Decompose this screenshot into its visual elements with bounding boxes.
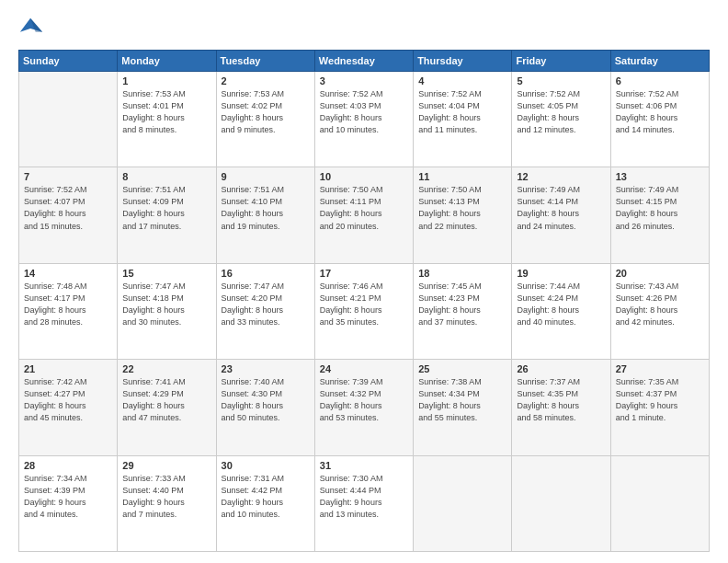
calendar-cell	[19, 72, 118, 167]
calendar-cell	[610, 455, 709, 551]
day-number: 22	[122, 363, 210, 374]
day-info: Sunrise: 7:52 AM Sunset: 4:04 PM Dayligh…	[418, 88, 506, 136]
calendar-cell: 6Sunrise: 7:52 AM Sunset: 4:06 PM Daylig…	[610, 72, 709, 167]
day-number: 16	[222, 268, 310, 279]
calendar-cell: 14Sunrise: 7:48 AM Sunset: 4:17 PM Dayli…	[19, 263, 118, 359]
day-number: 29	[122, 460, 210, 471]
day-number: 13	[616, 171, 704, 182]
day-number: 6	[616, 75, 704, 86]
calendar-cell: 29Sunrise: 7:33 AM Sunset: 4:40 PM Dayli…	[118, 455, 216, 551]
day-info: Sunrise: 7:47 AM Sunset: 4:18 PM Dayligh…	[122, 281, 210, 328]
day-number: 1	[122, 75, 210, 86]
day-number: 27	[616, 363, 704, 374]
calendar-cell: 3Sunrise: 7:52 AM Sunset: 4:03 PM Daylig…	[314, 72, 413, 167]
day-info: Sunrise: 7:39 AM Sunset: 4:32 PM Dayligh…	[320, 376, 408, 424]
calendar-cell: 20Sunrise: 7:43 AM Sunset: 4:26 PM Dayli…	[610, 263, 709, 359]
calendar-cell: 4Sunrise: 7:52 AM Sunset: 4:04 PM Daylig…	[414, 72, 512, 167]
day-info: Sunrise: 7:38 AM Sunset: 4:34 PM Dayligh…	[418, 376, 506, 424]
day-info: Sunrise: 7:50 AM Sunset: 4:11 PM Dayligh…	[320, 184, 408, 232]
day-info: Sunrise: 7:47 AM Sunset: 4:20 PM Dayligh…	[222, 281, 310, 328]
weekday-sunday: Sunday	[19, 51, 118, 72]
weekday-row: SundayMondayTuesdayWednesdayThursdayFrid…	[19, 51, 710, 72]
day-number: 26	[517, 363, 605, 374]
day-info: Sunrise: 7:53 AM Sunset: 4:02 PM Dayligh…	[222, 88, 310, 136]
day-info: Sunrise: 7:43 AM Sunset: 4:26 PM Dayligh…	[616, 281, 704, 328]
calendar-cell	[512, 455, 610, 551]
calendar-week-1: 1Sunrise: 7:53 AM Sunset: 4:01 PM Daylig…	[19, 72, 710, 167]
calendar-cell: 19Sunrise: 7:44 AM Sunset: 4:24 PM Dayli…	[512, 263, 610, 359]
day-info: Sunrise: 7:52 AM Sunset: 4:07 PM Dayligh…	[24, 184, 112, 232]
weekday-tuesday: Tuesday	[216, 51, 314, 72]
day-number: 11	[418, 171, 506, 182]
day-number: 24	[320, 363, 408, 374]
day-info: Sunrise: 7:37 AM Sunset: 4:35 PM Dayligh…	[517, 376, 605, 424]
calendar-cell: 12Sunrise: 7:49 AM Sunset: 4:14 PM Dayli…	[512, 167, 610, 263]
weekday-thursday: Thursday	[414, 51, 512, 72]
calendar-cell: 15Sunrise: 7:47 AM Sunset: 4:18 PM Dayli…	[118, 263, 216, 359]
calendar-cell: 23Sunrise: 7:40 AM Sunset: 4:30 PM Dayli…	[216, 360, 314, 455]
day-number: 20	[616, 268, 704, 279]
day-number: 15	[122, 268, 210, 279]
day-info: Sunrise: 7:52 AM Sunset: 4:06 PM Dayligh…	[616, 88, 704, 136]
calendar-cell: 2Sunrise: 7:53 AM Sunset: 4:02 PM Daylig…	[216, 72, 314, 167]
calendar-cell: 9Sunrise: 7:51 AM Sunset: 4:10 PM Daylig…	[216, 167, 314, 263]
logo	[18, 15, 48, 40]
day-info: Sunrise: 7:48 AM Sunset: 4:17 PM Dayligh…	[24, 281, 112, 328]
day-number: 21	[24, 363, 112, 374]
calendar-cell: 8Sunrise: 7:51 AM Sunset: 4:09 PM Daylig…	[118, 167, 216, 263]
weekday-wednesday: Wednesday	[314, 51, 413, 72]
calendar-cell: 18Sunrise: 7:45 AM Sunset: 4:23 PM Dayli…	[414, 263, 512, 359]
day-info: Sunrise: 7:45 AM Sunset: 4:23 PM Dayligh…	[418, 281, 506, 328]
calendar-cell: 5Sunrise: 7:52 AM Sunset: 4:05 PM Daylig…	[512, 72, 610, 167]
calendar-page: SundayMondayTuesdayWednesdayThursdayFrid…	[0, 0, 728, 563]
day-info: Sunrise: 7:34 AM Sunset: 4:39 PM Dayligh…	[24, 473, 112, 521]
calendar-cell: 21Sunrise: 7:42 AM Sunset: 4:27 PM Dayli…	[19, 360, 118, 455]
day-info: Sunrise: 7:52 AM Sunset: 4:03 PM Dayligh…	[320, 88, 408, 136]
weekday-monday: Monday	[118, 51, 216, 72]
day-info: Sunrise: 7:40 AM Sunset: 4:30 PM Dayligh…	[222, 376, 310, 424]
day-number: 8	[122, 171, 210, 182]
day-info: Sunrise: 7:51 AM Sunset: 4:10 PM Dayligh…	[222, 184, 310, 232]
day-info: Sunrise: 7:51 AM Sunset: 4:09 PM Dayligh…	[122, 184, 210, 232]
logo-icon	[18, 15, 44, 40]
day-info: Sunrise: 7:41 AM Sunset: 4:29 PM Dayligh…	[122, 376, 210, 424]
day-number: 2	[222, 75, 310, 86]
weekday-friday: Friday	[512, 51, 610, 72]
calendar-cell	[414, 455, 512, 551]
day-number: 18	[418, 268, 506, 279]
calendar-header: SundayMondayTuesdayWednesdayThursdayFrid…	[19, 51, 710, 72]
day-number: 10	[320, 171, 408, 182]
day-info: Sunrise: 7:49 AM Sunset: 4:15 PM Dayligh…	[616, 184, 704, 232]
calendar-week-3: 14Sunrise: 7:48 AM Sunset: 4:17 PM Dayli…	[19, 263, 710, 359]
day-number: 31	[320, 460, 408, 471]
calendar-cell: 17Sunrise: 7:46 AM Sunset: 4:21 PM Dayli…	[314, 263, 413, 359]
calendar-cell: 11Sunrise: 7:50 AM Sunset: 4:13 PM Dayli…	[414, 167, 512, 263]
day-info: Sunrise: 7:30 AM Sunset: 4:44 PM Dayligh…	[320, 473, 408, 521]
day-info: Sunrise: 7:33 AM Sunset: 4:40 PM Dayligh…	[122, 473, 210, 521]
day-number: 7	[24, 171, 112, 182]
calendar-cell: 16Sunrise: 7:47 AM Sunset: 4:20 PM Dayli…	[216, 263, 314, 359]
calendar-cell: 7Sunrise: 7:52 AM Sunset: 4:07 PM Daylig…	[19, 167, 118, 263]
day-info: Sunrise: 7:46 AM Sunset: 4:21 PM Dayligh…	[320, 281, 408, 328]
day-number: 28	[24, 460, 112, 471]
day-info: Sunrise: 7:49 AM Sunset: 4:14 PM Dayligh…	[517, 184, 605, 232]
day-info: Sunrise: 7:31 AM Sunset: 4:42 PM Dayligh…	[222, 473, 310, 521]
calendar-cell: 31Sunrise: 7:30 AM Sunset: 4:44 PM Dayli…	[314, 455, 413, 551]
calendar-table: SundayMondayTuesdayWednesdayThursdayFrid…	[18, 50, 710, 552]
calendar-cell: 13Sunrise: 7:49 AM Sunset: 4:15 PM Dayli…	[610, 167, 709, 263]
day-number: 23	[222, 363, 310, 374]
day-info: Sunrise: 7:35 AM Sunset: 4:37 PM Dayligh…	[616, 376, 704, 424]
weekday-saturday: Saturday	[610, 51, 709, 72]
day-number: 4	[418, 75, 506, 86]
day-number: 3	[320, 75, 408, 86]
day-info: Sunrise: 7:53 AM Sunset: 4:01 PM Dayligh…	[122, 88, 210, 136]
calendar-cell: 25Sunrise: 7:38 AM Sunset: 4:34 PM Dayli…	[414, 360, 512, 455]
calendar-week-4: 21Sunrise: 7:42 AM Sunset: 4:27 PM Dayli…	[19, 360, 710, 455]
calendar-cell: 22Sunrise: 7:41 AM Sunset: 4:29 PM Dayli…	[118, 360, 216, 455]
day-number: 19	[517, 268, 605, 279]
calendar-cell: 26Sunrise: 7:37 AM Sunset: 4:35 PM Dayli…	[512, 360, 610, 455]
day-info: Sunrise: 7:50 AM Sunset: 4:13 PM Dayligh…	[418, 184, 506, 232]
day-number: 14	[24, 268, 112, 279]
calendar-cell: 30Sunrise: 7:31 AM Sunset: 4:42 PM Dayli…	[216, 455, 314, 551]
day-number: 30	[222, 460, 310, 471]
